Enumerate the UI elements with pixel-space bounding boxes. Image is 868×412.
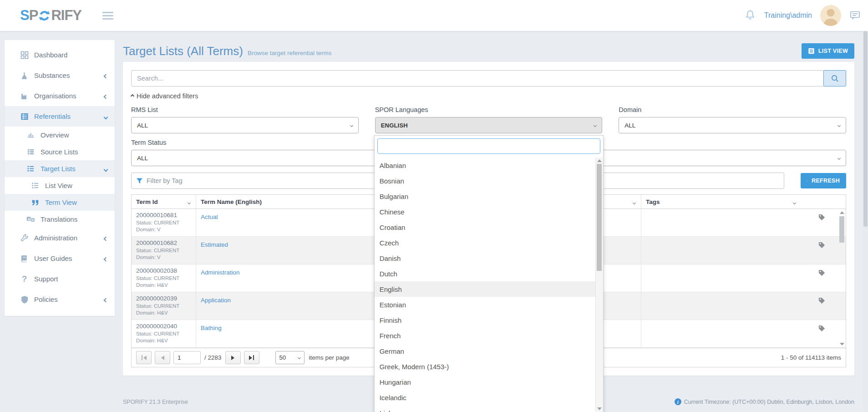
feedback-chat-icon[interactable] xyxy=(849,10,861,21)
sidebar-label: Policies xyxy=(34,295,58,303)
term-name-link[interactable]: Application xyxy=(201,297,231,304)
menu-toggle-icon[interactable] xyxy=(102,10,113,21)
search-button[interactable] xyxy=(823,70,846,86)
language-option[interactable]: Chinese xyxy=(375,204,595,219)
language-option[interactable]: Bosnian xyxy=(375,173,595,188)
sidebar-item-source-lists[interactable]: Source Lists xyxy=(5,143,115,160)
table-scrollbar[interactable] xyxy=(838,209,845,347)
rms-list-value: ALL xyxy=(137,122,148,129)
dropdown-scrollbar[interactable] xyxy=(595,158,603,412)
tags-header-label: Tags xyxy=(646,198,660,205)
logged-in-user[interactable]: Training\admin xyxy=(764,11,812,20)
language-option-selected[interactable]: English xyxy=(375,281,595,297)
language-option[interactable]: Croatian xyxy=(375,219,595,235)
sidebar-item-substances[interactable]: Substances xyxy=(5,65,115,86)
language-option[interactable]: Bulgarian xyxy=(375,188,595,204)
tag-icon[interactable] xyxy=(818,241,826,249)
sidebar-item-overview[interactable]: Overview xyxy=(5,127,115,143)
translate-icon: A xyxy=(26,215,35,224)
term-name-link[interactable]: Actual xyxy=(201,214,218,220)
sidebar-item-list-view[interactable]: List View xyxy=(5,177,115,194)
sidebar-item-referentials[interactable]: Referentials xyxy=(5,106,115,127)
language-option[interactable]: Estonian xyxy=(375,297,595,312)
sidebar-item-organisations[interactable]: Organisations xyxy=(5,86,115,106)
language-option[interactable]: Czech xyxy=(375,235,595,250)
last-page-button[interactable] xyxy=(244,351,259,364)
rms-list-select[interactable]: ALL xyxy=(131,117,359,133)
term-name-link[interactable]: Bathing xyxy=(201,325,222,331)
column-header-term-id[interactable]: Term Id xyxy=(132,195,196,209)
domain-select[interactable]: ALL xyxy=(619,117,846,133)
language-option[interactable]: Irish xyxy=(375,405,595,412)
sidebar-item-dashboard[interactable]: Dashboard xyxy=(5,45,115,65)
refresh-button[interactable]: REFRESH xyxy=(801,173,846,188)
tag-icon[interactable] xyxy=(818,325,826,332)
scrollbar-thumb[interactable] xyxy=(863,31,868,227)
sporify-logo[interactable]: SP RIFY xyxy=(20,7,81,24)
sidebar-item-target-lists[interactable]: Target Lists xyxy=(5,160,115,177)
language-option[interactable]: Hungarian xyxy=(375,374,595,390)
tag-icon[interactable] xyxy=(818,297,826,305)
column-header-tags[interactable]: Tags xyxy=(641,195,846,209)
sidebar-item-term-view[interactable]: Term View xyxy=(5,194,115,211)
scroll-down-arrow[interactable] xyxy=(597,407,602,410)
next-page-button[interactable] xyxy=(225,351,241,364)
language-option[interactable]: Albanian xyxy=(375,158,595,173)
language-option[interactable]: Dutch xyxy=(375,266,595,281)
sidebar-item-user-guides[interactable]: User Guides xyxy=(5,248,115,269)
sidebar-label: Support xyxy=(34,275,58,283)
sidebar-label: List View xyxy=(45,182,72,189)
scrollbar-thumb[interactable] xyxy=(839,216,844,243)
language-option[interactable]: Icelandic xyxy=(375,390,595,405)
sidebar-item-support[interactable]: ? Support xyxy=(5,269,115,289)
scrollbar-thumb[interactable] xyxy=(597,164,602,271)
items-per-page-select[interactable]: 50 xyxy=(275,351,305,364)
sidebar-item-translations[interactable]: A Translations xyxy=(5,211,115,228)
first-page-button[interactable] xyxy=(136,351,152,364)
language-option[interactable]: Finnish xyxy=(375,312,595,328)
shield-icon xyxy=(20,295,29,304)
page-number-input[interactable] xyxy=(173,351,201,364)
language-option[interactable]: German xyxy=(375,343,595,359)
term-name-link[interactable]: Administration xyxy=(201,269,240,276)
column-menu-icon[interactable] xyxy=(188,201,191,204)
browse-terms-link[interactable]: Browse target referential terms xyxy=(248,50,332,56)
chevron-down-icon xyxy=(350,123,353,127)
term-name-link[interactable]: Estimated xyxy=(201,241,228,248)
tag-icon[interactable] xyxy=(818,269,826,277)
chevron-left-icon xyxy=(104,298,108,303)
list-view-button[interactable]: LIST VIEW xyxy=(802,43,854,59)
hide-advanced-filters-toggle[interactable]: Hide advanced filters xyxy=(131,92,198,100)
language-option[interactable]: Danish xyxy=(375,250,595,266)
scroll-down-arrow[interactable] xyxy=(840,343,844,346)
column-menu-icon[interactable] xyxy=(793,201,796,204)
search-input[interactable] xyxy=(131,70,824,86)
refresh-icon xyxy=(807,178,808,184)
search-row xyxy=(131,70,846,86)
notifications-bell-icon[interactable] xyxy=(744,9,756,22)
previous-page-button[interactable] xyxy=(155,351,170,364)
column-menu-icon[interactable] xyxy=(633,201,636,204)
list-view-icon xyxy=(808,48,815,54)
question-mark-icon: ? xyxy=(20,275,29,283)
term-status: Status: CURRENT xyxy=(136,220,196,225)
language-option[interactable]: French xyxy=(375,328,595,343)
column-header-hidden[interactable] xyxy=(601,195,641,209)
term-status: Status: CURRENT xyxy=(136,248,196,253)
sidebar-item-policies[interactable]: Policies xyxy=(5,289,115,310)
items-per-page-value: 50 xyxy=(279,354,286,361)
sidebar-item-administration[interactable]: Administration xyxy=(5,228,115,248)
term-status-value: ALL xyxy=(137,155,148,162)
language-filter-input[interactable] xyxy=(377,138,600,154)
user-avatar[interactable] xyxy=(820,5,841,26)
language-option[interactable]: Greek, Modern (1453-) xyxy=(375,359,595,374)
tag-icon[interactable] xyxy=(818,214,826,221)
scroll-up-arrow[interactable] xyxy=(840,211,844,214)
spor-languages-select[interactable]: ENGLISH xyxy=(375,117,603,133)
page-scrollbar[interactable] xyxy=(863,31,868,412)
factory-icon xyxy=(20,92,29,100)
list-grid-icon xyxy=(26,148,35,156)
sidebar-label: Organisations xyxy=(34,92,76,100)
scroll-up-arrow[interactable] xyxy=(597,159,602,162)
book-icon xyxy=(20,254,29,263)
